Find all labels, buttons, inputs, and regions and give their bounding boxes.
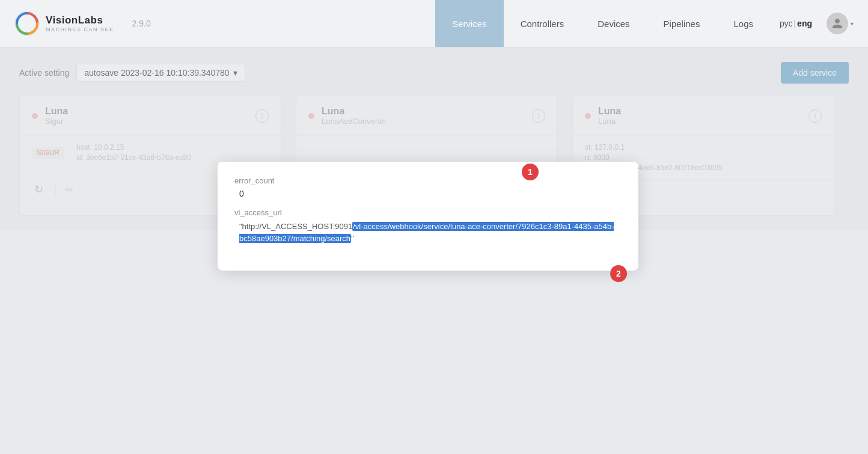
card-1-subtitle: Sigur	[45, 117, 68, 126]
card-1-info-icon[interactable]: i	[255, 109, 269, 123]
card-2-title: Luna	[322, 106, 387, 117]
url-prefix: "http://VL_ACCESS_HOST:9091	[239, 222, 352, 231]
logo-tagline: MACHINES CAN SEE	[46, 26, 114, 32]
card-2-status-dot	[308, 113, 314, 119]
card-3-title: Luna	[598, 106, 621, 117]
card-1-refresh-button[interactable]: ↻	[32, 180, 46, 198]
card-3-host: st: 127.0.0.1	[585, 143, 822, 152]
card-2-header: Luna LunaAceConverter i	[296, 96, 557, 136]
popup-vl-access-url-label: vl_access_url	[234, 208, 622, 217]
card-1-title: Luna	[45, 106, 68, 117]
user-menu-chevron[interactable]: ▾	[851, 20, 854, 27]
card-3-subtitle: Luna	[598, 117, 621, 126]
card-1-service-type: SIGUR	[32, 147, 64, 159]
lang-divider: |	[793, 19, 796, 28]
active-setting-value: autosave 2023-02-16 10:10:39.340780	[84, 68, 229, 78]
version-label: 2.9.0	[132, 19, 151, 28]
card-1-edit-icon[interactable]: ✏	[66, 184, 73, 195]
popup-field-vl-access-url: vl_access_url "http://VL_ACCESS_HOST:909…	[234, 208, 622, 244]
active-setting-label: Active setting	[19, 68, 69, 78]
logo-area: VisionLabs MACHINES CAN SEE	[14, 11, 114, 36]
nav-services[interactable]: Services	[435, 0, 504, 47]
active-setting-area: Active setting autosave 2023-02-16 10:10…	[19, 64, 245, 82]
lang-active: eng	[797, 19, 812, 28]
card-3-title-area: Luna Luna	[598, 106, 621, 126]
card-2-title-area: Luna LunaAceConverter	[322, 106, 387, 126]
popup-error-count-value: 0	[234, 189, 622, 198]
card-3-status-dot	[585, 113, 591, 119]
svg-point-0	[15, 11, 39, 35]
logo-name: VisionLabs	[46, 14, 114, 26]
add-service-button[interactable]: Add service	[781, 62, 849, 84]
info-popup: error_count 0 vl_access_url "http://VL_A…	[218, 162, 638, 271]
card-1-id: id: 3ee6e1b7-01ce-43a8-b78a-ec80	[76, 153, 191, 162]
card-2-subtitle: LunaAceConverter	[322, 117, 387, 126]
logo-icon	[14, 11, 40, 36]
nav-devices[interactable]: Devices	[581, 0, 646, 47]
top-bar: Active setting autosave 2023-02-16 10:10…	[19, 62, 849, 84]
main-nav: Services Controllers Devices Pipelines L…	[435, 0, 770, 47]
card-1-status-dot	[32, 113, 38, 119]
active-setting-dropdown[interactable]: autosave 2023-02-16 10:10:39.340780 ▾	[76, 64, 245, 82]
popup-vl-access-url-value: "http://VL_ACCESS_HOST:9091/vl-access/we…	[234, 221, 622, 244]
card-2-body	[296, 136, 557, 150]
card-3-header: Luna Luna i	[573, 96, 834, 136]
user-avatar[interactable]	[827, 13, 848, 34]
nav-pipelines[interactable]: Pipelines	[647, 0, 717, 47]
card-1-title-area: Luna Sigur	[45, 106, 68, 126]
card-1-header: Luna Sigur i	[20, 96, 281, 136]
nav-controllers[interactable]: Controllers	[504, 0, 581, 47]
popup-field-error-count: error_count 0	[234, 176, 622, 198]
url-suffix: "	[351, 234, 354, 243]
card-1-host: host: 10.0.2.15	[76, 143, 191, 152]
main-content: Active setting autosave 2023-02-16 10:10…	[0, 48, 868, 230]
card-1-info: host: 10.0.2.15 id: 3ee6e1b7-01ce-43a8-b…	[76, 143, 191, 162]
popup-error-count-label: error_count	[234, 176, 622, 185]
badge-1: 1	[522, 164, 539, 180]
user-icon	[831, 17, 843, 29]
header: VisionLabs MACHINES CAN SEE 2.9.0 Servic…	[0, 0, 868, 48]
nav-logs[interactable]: Logs	[717, 0, 770, 47]
card-3-port: rt: 5000	[585, 153, 822, 162]
logo-text: VisionLabs MACHINES CAN SEE	[46, 14, 114, 32]
lang-inactive: рус	[780, 19, 792, 28]
lang-selector[interactable]: рус | eng	[770, 19, 822, 28]
card-1-divider	[55, 182, 56, 197]
card-2-info-icon[interactable]: i	[532, 109, 545, 123]
badge-2: 2	[610, 265, 627, 282]
card-3-info-icon[interactable]: i	[808, 109, 822, 123]
active-setting-chevron: ▾	[233, 68, 237, 78]
